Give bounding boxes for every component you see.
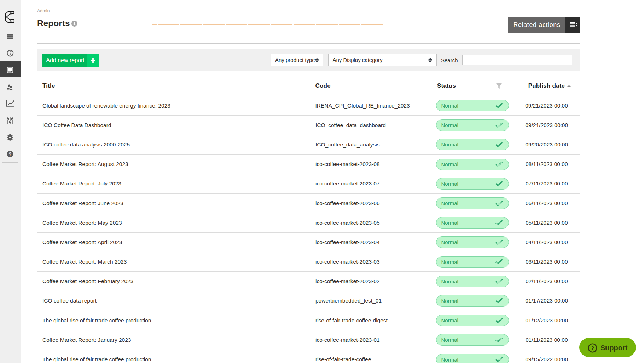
svg-text:?: ? — [9, 151, 12, 157]
svg-text:?: ? — [591, 345, 594, 351]
